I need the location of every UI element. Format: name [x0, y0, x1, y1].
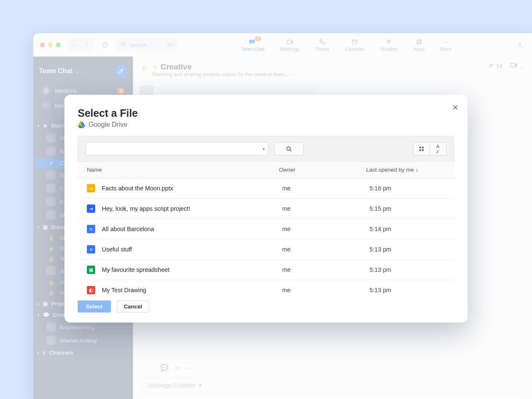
- select-button[interactable]: Select: [78, 300, 111, 313]
- global-search[interactable]: Search ⌘F: [116, 39, 179, 51]
- members-button[interactable]: 14: [488, 63, 502, 69]
- docs-icon: ≡: [87, 225, 95, 233]
- modal-close-button[interactable]: ✕: [452, 103, 458, 112]
- tab-calendar[interactable]: Calendar: [342, 39, 367, 52]
- column-owner[interactable]: Owner: [279, 167, 366, 173]
- calendar-icon: [350, 39, 359, 45]
- svg-point-1: [121, 42, 125, 46]
- phone-icon: [318, 39, 326, 45]
- search-shortcut: ⌘F: [167, 42, 175, 48]
- apps-script-icon: ➜: [87, 204, 95, 213]
- tab-team-chat[interactable]: 1 Team Chat: [239, 39, 267, 52]
- file-row[interactable]: ▦ My favourite spreadsheet me 5:13 pm: [78, 260, 454, 280]
- folder-icon: ▣: [43, 300, 48, 307]
- svg-point-9: [492, 64, 493, 66]
- drawing-icon: ◧: [87, 286, 95, 294]
- picker-toolbar: ▾ AZ: [78, 136, 454, 162]
- picker-footer: Select Cancel: [78, 295, 454, 313]
- file-row[interactable]: ≡ All about Barcelona me 5:14 pm: [78, 219, 454, 239]
- sparkle-icon: ✦: [198, 382, 203, 389]
- nav-history: ‹ ›: [67, 39, 94, 51]
- file-row[interactable]: ≡ Useful stuff me 5:13 pm: [78, 239, 454, 260]
- svg-rect-10: [511, 63, 515, 67]
- window-close-icon[interactable]: [40, 42, 45, 47]
- modal-title: Select a File: [78, 107, 454, 119]
- sheets-icon: ▦: [87, 266, 95, 274]
- svg-point-14: [286, 146, 290, 150]
- picker-columns: Name Owner Last opened by me ↓: [78, 162, 454, 178]
- apps-icon: [415, 39, 423, 45]
- folder-icon: ▣: [43, 224, 48, 230]
- docs-icon: ≡: [87, 245, 95, 254]
- chevron-down-icon[interactable]: ⌄: [75, 69, 79, 74]
- tab-phone[interactable]: Phone: [313, 39, 332, 52]
- triangle-down-icon: ▾: [37, 124, 39, 128]
- chat-icon: 💬: [43, 312, 49, 318]
- tab-meetings[interactable]: Meetings: [278, 39, 302, 52]
- file-picker-modal: ✕ Select a File Google Drive ▾ AZ: [64, 95, 468, 323]
- lock-icon: 🔒: [47, 290, 56, 296]
- star-icon[interactable]: ★: [152, 63, 158, 71]
- hash-icon: #: [142, 63, 147, 74]
- nav-back-button[interactable]: ‹: [67, 41, 81, 49]
- window-minimize-icon[interactable]: [48, 42, 53, 47]
- message-more-icon[interactable]: ⋯: [186, 364, 192, 372]
- svg-point-5: [389, 40, 391, 42]
- chat-subtitle: Planning and sharing projects status for…: [152, 71, 292, 77]
- notification-badge: 1: [255, 36, 261, 41]
- history-button[interactable]: [98, 39, 112, 51]
- sidebar-item-sheree[interactable]: Sheree Aubrey: [36, 334, 131, 347]
- sort-button[interactable]: AZ: [430, 142, 446, 155]
- file-list[interactable]: ▭ Facts about the Moon.pptx me 5:16 pm ➜…: [78, 178, 454, 295]
- search-placeholder: Search: [129, 42, 146, 48]
- lock-icon: 🔒: [47, 280, 56, 286]
- message-composer[interactable]: Message Creative ✦: [142, 377, 523, 393]
- chat-header: # ★ Creative Planning and sharing projec…: [133, 57, 532, 84]
- file-row[interactable]: ➜ Hey, look, my apps script project! me …: [78, 199, 454, 219]
- hash-icon: #: [47, 160, 56, 166]
- svg-rect-17: [419, 149, 421, 151]
- section-channels[interactable]: ▸ # Channels: [33, 347, 133, 358]
- sidebar-header: Team Chat ⌄: [33, 61, 133, 83]
- topbar: ‹ › Search ⌘F 1 Team Chat Meetings: [33, 33, 532, 57]
- at-icon: @: [42, 86, 51, 95]
- svg-rect-2: [287, 40, 291, 44]
- more-icon: ⋯: [441, 39, 450, 45]
- window-controls: [40, 42, 61, 47]
- picker-search-button[interactable]: [274, 142, 303, 155]
- mentions-badge: 1: [117, 88, 125, 94]
- cancel-button[interactable]: Cancel: [117, 300, 149, 313]
- sidebar-title: Team Chat: [39, 67, 73, 75]
- compose-button[interactable]: [115, 65, 127, 77]
- svg-rect-16: [422, 147, 424, 148]
- video-call-button[interactable]: ⌄: [510, 62, 523, 69]
- tab-huddles[interactable]: Huddles: [378, 39, 400, 52]
- reply-icon[interactable]: 💬: [160, 364, 168, 372]
- grid-view-button[interactable]: [413, 142, 430, 155]
- svg-rect-3: [352, 40, 357, 44]
- dropdown-icon[interactable]: ▾: [263, 147, 265, 151]
- picker-search-input[interactable]: ▾: [86, 142, 268, 155]
- chat-title: Creative: [160, 62, 192, 71]
- slides-icon: ▭: [87, 184, 95, 192]
- tab-more[interactable]: ⋯ More: [438, 39, 453, 52]
- window-zoom-icon[interactable]: [56, 42, 61, 47]
- file-row[interactable]: ▭ Facts about the Moon.pptx me 5:16 pm: [78, 178, 454, 199]
- triangle-right-icon: ▸: [37, 351, 39, 355]
- column-name[interactable]: Name: [87, 167, 279, 173]
- tab-apps[interactable]: Apps: [411, 39, 427, 52]
- modal-source: Google Drive: [78, 121, 454, 128]
- react-icon[interactable]: ☺: [174, 364, 180, 372]
- ellipsis-icon: ⋯: [42, 101, 51, 110]
- meetings-icon: [286, 39, 294, 45]
- profile-button[interactable]: [514, 39, 525, 51]
- file-row[interactable]: ◧ My Test Drawing me 5:13 pm: [78, 280, 454, 295]
- star-icon: ★: [43, 123, 48, 129]
- sort-arrow-icon: ↓: [416, 167, 419, 173]
- nav-forward-button[interactable]: ›: [81, 41, 94, 49]
- top-tabs: 1 Team Chat Meetings Phone Calendar Hudd…: [239, 39, 454, 52]
- team-chat-icon: 1: [249, 39, 257, 45]
- column-last-opened[interactable]: Last opened by me ↓: [366, 167, 445, 173]
- triangle-down-icon: ▾: [37, 225, 39, 229]
- huddles-icon: [385, 39, 393, 45]
